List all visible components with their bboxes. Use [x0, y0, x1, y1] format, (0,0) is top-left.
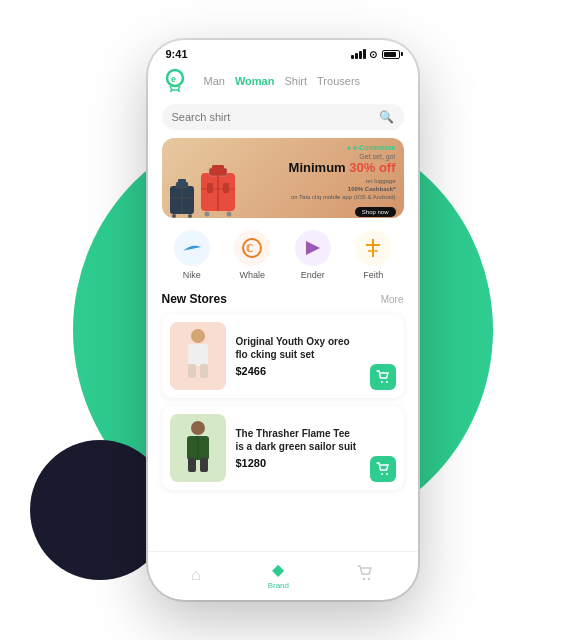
brand-whale[interactable]: ℂ Whale	[234, 230, 270, 280]
brands-row: Nike ℂ Whale Ender	[162, 230, 404, 280]
banner-on-luggage: on luggage	[289, 178, 396, 184]
new-stores-section: New Stores More Original Youth Oxy oreo …	[148, 288, 418, 551]
brand-feith-label: Feith	[363, 270, 383, 280]
svg-rect-39	[200, 458, 208, 472]
brand-whale-label: Whale	[239, 270, 265, 280]
cart-icon	[356, 564, 374, 586]
bottom-nav-brand[interactable]: ◆ Brand	[268, 560, 289, 590]
banner-get-set: Get set, go!	[289, 153, 396, 160]
store-price-2: $1280	[236, 457, 360, 469]
brand-feith[interactable]: Feith	[355, 230, 391, 280]
store-image-1	[170, 322, 226, 390]
svg-rect-19	[207, 183, 213, 193]
banner-content: ● e-Commerce Get set, go! Minimum 30% of…	[289, 144, 396, 218]
store-name-2: The Thrasher Flame Tee is a dark green s…	[236, 427, 360, 453]
svg-point-33	[381, 381, 383, 383]
banner-cashback-desc: on Tata cliq mobile app (iOS & Android)	[289, 194, 396, 200]
store-card-2: The Thrasher Flame Tee is a dark green s…	[162, 406, 404, 490]
bottom-nav-cart[interactable]	[356, 564, 374, 586]
svg-rect-38	[188, 458, 196, 472]
brand-icon: ◆	[272, 560, 284, 579]
stores-more-link[interactable]: More	[381, 294, 404, 305]
store-name-1: Original Youth Oxy oreo flo cking suit s…	[236, 335, 360, 361]
svg-rect-20	[223, 183, 229, 193]
home-icon: ⌂	[191, 566, 201, 584]
svg-point-42	[363, 578, 365, 580]
brand-nike[interactable]: Nike	[174, 230, 210, 280]
svg-rect-31	[188, 364, 196, 378]
svg-point-43	[368, 578, 370, 580]
whale-icon: ℂ	[234, 230, 270, 266]
store-card-1: Original Youth Oxy oreo flo cking suit s…	[162, 314, 404, 398]
svg-point-5	[170, 90, 172, 92]
svg-text:ℂ: ℂ	[246, 243, 253, 254]
brand-ender-label: Ender	[301, 270, 325, 280]
nav-link-trousers[interactable]: Trousers	[317, 75, 360, 87]
banner-luggage-image	[168, 163, 237, 218]
status-time: 9:41	[166, 48, 188, 60]
banner-shop-btn[interactable]: Shop now	[355, 207, 396, 217]
promo-banner: ● e-Commerce Get set, go! Minimum 30% of…	[162, 138, 404, 218]
svg-point-12	[172, 214, 176, 218]
svg-point-13	[188, 214, 192, 218]
svg-rect-9	[178, 179, 186, 183]
logo: e	[162, 68, 188, 94]
nav-link-shirt[interactable]: Shirt	[284, 75, 307, 87]
bottom-nav: ⌂ ◆ Brand	[148, 551, 418, 600]
search-icon: 🔍	[379, 110, 394, 124]
nike-icon	[174, 230, 210, 266]
svg-point-6	[178, 90, 180, 92]
banner-cashback: 100% Cashback*	[289, 186, 396, 192]
store-info-2: The Thrasher Flame Tee is a dark green s…	[236, 427, 360, 469]
nav-links: Man Woman Shirt Trousers	[204, 75, 361, 87]
store-price-1: $2466	[236, 365, 360, 377]
store-info-1: Original Youth Oxy oreo flo cking suit s…	[236, 335, 360, 377]
ender-icon	[295, 230, 331, 266]
signal-icon	[351, 49, 366, 59]
nav-link-man[interactable]: Man	[204, 75, 225, 87]
stores-header: New Stores More	[162, 292, 404, 306]
banner-brand: ● e-Commerce	[289, 144, 396, 151]
brand-nike-label: Nike	[183, 270, 201, 280]
svg-point-21	[204, 212, 209, 217]
store-cart-btn-2[interactable]	[370, 456, 396, 482]
status-icons: ⊙	[351, 49, 400, 60]
svg-rect-32	[200, 364, 208, 378]
search-input[interactable]	[172, 111, 373, 123]
svg-point-22	[226, 212, 231, 217]
store-cart-btn-1[interactable]	[370, 364, 396, 390]
brand-ender[interactable]: Ender	[295, 230, 331, 280]
bottom-nav-home[interactable]: ⌂	[191, 566, 201, 584]
battery-icon	[382, 50, 400, 59]
svg-point-41	[386, 473, 388, 475]
phone-frame: 9:41 ⊙ e	[148, 40, 418, 600]
svg-text:e: e	[171, 74, 176, 84]
stores-section-title: New Stores	[162, 292, 227, 306]
feith-icon	[355, 230, 391, 266]
svg-rect-16	[212, 165, 224, 170]
svg-marker-25	[306, 241, 320, 255]
svg-point-29	[191, 329, 205, 343]
search-bar: 🔍	[162, 104, 404, 130]
nav-link-woman[interactable]: Woman	[235, 75, 275, 87]
svg-point-34	[386, 381, 388, 383]
brands-section: Nike ℂ Whale Ender	[148, 228, 418, 288]
wifi-icon: ⊙	[369, 49, 377, 60]
status-bar: 9:41 ⊙	[148, 40, 418, 64]
nav-bar: e Man Woman Shirt Trousers	[148, 64, 418, 100]
svg-point-35	[191, 421, 205, 435]
svg-point-40	[381, 473, 383, 475]
store-image-2	[170, 414, 226, 482]
svg-rect-30	[188, 344, 208, 366]
bottom-nav-brand-label: Brand	[268, 581, 289, 590]
banner-offer-title: Minimum 30% off	[289, 160, 396, 176]
